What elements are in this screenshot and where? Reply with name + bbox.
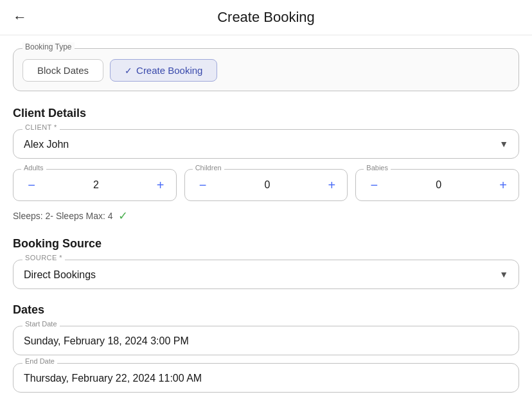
dates-section: Dates Start Date Sunday, February 18, 20… bbox=[13, 303, 519, 393]
booking-source-title: Booking Source bbox=[13, 237, 519, 251]
back-arrow-icon: ← bbox=[13, 9, 27, 26]
booking-type-options: Block Dates ✓ Create Booking bbox=[22, 59, 510, 82]
booking-type-label: Booking Type bbox=[22, 42, 75, 51]
start-date-value: Sunday, February 18, 2024 3:00 PM bbox=[24, 335, 189, 346]
babies-increment-button[interactable]: + bbox=[494, 176, 512, 194]
check-icon: ✓ bbox=[125, 66, 132, 76]
babies-decrement-button[interactable]: − bbox=[365, 176, 383, 194]
babies-counter: Babies − 0 + bbox=[355, 169, 519, 201]
children-value: 0 bbox=[212, 179, 323, 191]
source-dropdown-arrow-icon: ▼ bbox=[499, 269, 508, 279]
header: ← Create Booking bbox=[0, 0, 532, 35]
sleeps-text: Sleeps: 2- Sleeps Max: 4 bbox=[13, 211, 113, 221]
children-increment-button[interactable]: + bbox=[323, 176, 341, 194]
block-dates-button[interactable]: Block Dates bbox=[22, 59, 103, 82]
start-date-label: Start Date bbox=[22, 320, 60, 328]
end-date-field[interactable]: End Date Thursday, February 22, 2024 11:… bbox=[13, 363, 519, 393]
counters-row: Adults − 2 + Children − 0 + Babies − 0 + bbox=[13, 169, 519, 201]
client-field-label: CLIENT * bbox=[22, 123, 60, 131]
dates-title: Dates bbox=[13, 303, 519, 317]
adults-label: Adults bbox=[21, 164, 46, 172]
children-counter: Children − 0 + bbox=[184, 169, 348, 201]
start-date-field[interactable]: Start Date Sunday, February 18, 2024 3:0… bbox=[13, 326, 519, 355]
sleeps-info: Sleeps: 2- Sleeps Max: 4 ✓ bbox=[13, 209, 519, 223]
client-field-value: Alex John bbox=[24, 139, 88, 150]
source-field-label: SOURCE * bbox=[22, 254, 65, 262]
children-decrement-button[interactable]: − bbox=[194, 176, 212, 194]
sleeps-check-icon: ✓ bbox=[118, 209, 128, 223]
adults-counter: Adults − 2 + bbox=[13, 169, 177, 201]
main-content: Booking Type Block Dates ✓ Create Bookin… bbox=[0, 35, 532, 417]
page-title: Create Booking bbox=[217, 9, 315, 26]
client-details-title: Client Details bbox=[13, 107, 519, 120]
end-date-label: End Date bbox=[22, 357, 57, 365]
create-booking-label: Create Booking bbox=[136, 65, 202, 76]
adults-decrement-button[interactable]: − bbox=[22, 176, 40, 194]
client-dropdown-arrow-icon: ▼ bbox=[499, 139, 508, 149]
babies-label: Babies bbox=[364, 164, 391, 172]
client-field[interactable]: CLIENT * Alex John ▼ bbox=[13, 129, 519, 159]
source-field[interactable]: SOURCE * Direct Bookings ▼ bbox=[13, 260, 519, 289]
adults-increment-button[interactable]: + bbox=[152, 176, 170, 194]
end-date-value: Thursday, February 22, 2024 11:00 AM bbox=[24, 373, 202, 384]
adults-value: 2 bbox=[40, 179, 152, 191]
source-field-value: Direct Bookings bbox=[24, 269, 115, 280]
babies-value: 0 bbox=[383, 179, 494, 191]
back-button[interactable]: ← bbox=[13, 9, 27, 26]
booking-type-section: Booking Type Block Dates ✓ Create Bookin… bbox=[13, 48, 519, 91]
booking-source-section: Booking Source SOURCE * Direct Bookings … bbox=[13, 237, 519, 289]
children-label: Children bbox=[193, 164, 224, 172]
create-booking-button[interactable]: ✓ Create Booking bbox=[110, 59, 217, 82]
client-details-section: Client Details CLIENT * Alex John ▼ Adul… bbox=[13, 107, 519, 223]
